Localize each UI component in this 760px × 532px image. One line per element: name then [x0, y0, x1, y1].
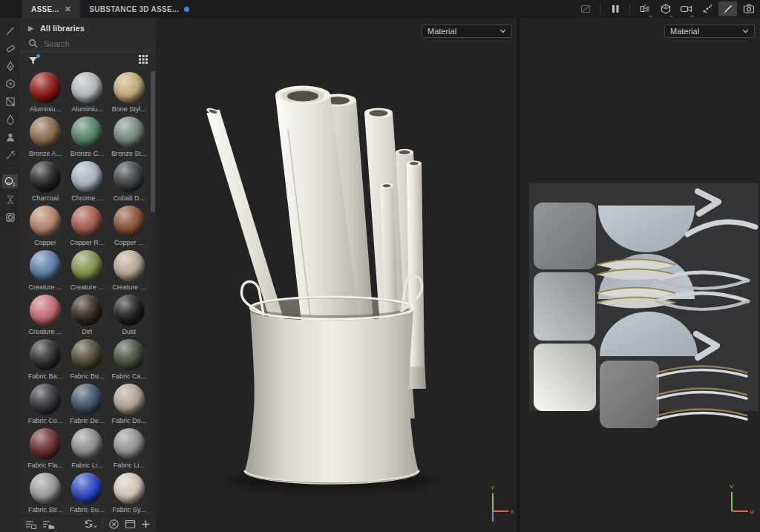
material-thumbnail[interactable]: [114, 161, 145, 192]
material-item[interactable]: Creature ...: [24, 295, 66, 339]
material-thumbnail[interactable]: [114, 72, 145, 103]
material-thumbnail[interactable]: [71, 384, 102, 415]
assets-scrollbar[interactable]: [151, 70, 155, 512]
material-thumbnail[interactable]: [71, 116, 102, 148]
material-item[interactable]: Creature ...: [108, 250, 150, 295]
material-thumbnail[interactable]: [71, 250, 102, 281]
material-item[interactable]: Creature ...: [24, 250, 66, 295]
camera-view-icon[interactable]: ⌄: [677, 1, 695, 16]
material-thumbnail[interactable]: [71, 473, 102, 504]
material-item[interactable]: Fabric Fla...: [24, 428, 66, 473]
axis-gizmo-3d: Y X: [480, 482, 514, 525]
material-item[interactable]: Fabric Ca...: [108, 339, 150, 384]
material-item[interactable]: Copper: [24, 206, 66, 250]
material-thumbnail[interactable]: [30, 161, 61, 192]
perspective-icon[interactable]: ⌄: [656, 1, 675, 16]
material-tool[interactable]: 1: [2, 174, 18, 188]
brush-icon[interactable]: [718, 1, 737, 16]
geometry-mask-tool[interactable]: [2, 94, 18, 108]
material-item[interactable]: Bone Styl...: [108, 72, 150, 116]
material-item[interactable]: Fabric De...: [66, 384, 108, 428]
pause-icon[interactable]: [606, 1, 624, 16]
material-thumbnail[interactable]: [30, 473, 61, 504]
material-thumbnail[interactable]: [114, 295, 145, 326]
material-thumbnail[interactable]: [114, 473, 145, 504]
import-resources-icon[interactable]: [25, 519, 37, 530]
material-thumbnail[interactable]: [71, 161, 102, 192]
material-item[interactable]: Copper R...: [66, 206, 108, 250]
scrollbar-thumb[interactable]: [151, 71, 155, 212]
close-icon[interactable]: ✕: [65, 4, 72, 14]
particles-icon[interactable]: [698, 1, 716, 16]
material-thumbnail[interactable]: [114, 384, 145, 415]
material-item[interactable]: Fabric Do...: [108, 384, 150, 428]
material-item[interactable]: Fabric Bu...: [66, 339, 108, 384]
shading-mode-dropdown-2d[interactable]: Material: [664, 24, 755, 38]
material-item[interactable]: Fabric Co...: [24, 384, 66, 428]
material-thumbnail[interactable]: [30, 116, 61, 148]
material-item[interactable]: Aluminiu...: [66, 72, 108, 116]
material-thumbnail[interactable]: [71, 295, 102, 326]
material-thumbnail[interactable]: [114, 428, 145, 459]
material-item[interactable]: Chrome ...: [66, 161, 108, 206]
material-name: Fabric Fla...: [27, 462, 63, 469]
material-item[interactable]: Bronze C...: [66, 116, 108, 161]
material-thumbnail[interactable]: [114, 339, 145, 370]
search-input[interactable]: [44, 39, 133, 48]
new-window-icon[interactable]: [125, 519, 136, 529]
tab-substance-3d-assets[interactable]: SUBSTANCE 3D ASSE...: [80, 0, 198, 18]
material-item[interactable]: Aluminiu...: [24, 72, 66, 116]
material-thumbnail[interactable]: [114, 116, 145, 148]
projection-tool[interactable]: [2, 59, 18, 73]
material-item[interactable]: Fabric Li...: [66, 428, 108, 473]
grid-view-icon[interactable]: [138, 54, 148, 68]
material-thumbnail[interactable]: [30, 339, 61, 370]
material-thumbnail[interactable]: [30, 72, 61, 103]
viewport-disabled-icon[interactable]: [576, 1, 594, 16]
add-icon[interactable]: [141, 519, 151, 529]
smudge-tool[interactable]: [2, 112, 18, 126]
symmetry-icon[interactable]: ⌄: [635, 1, 654, 16]
library-selector[interactable]: ▶ All libraries: [20, 20, 156, 36]
material-item[interactable]: Bronze St...: [108, 116, 150, 161]
import-folder-icon[interactable]: [42, 519, 55, 530]
tab-assets[interactable]: ASSE... ✕: [22, 0, 80, 18]
paint-tool[interactable]: [2, 23, 18, 37]
material-thumbnail[interactable]: [71, 206, 102, 237]
clone-tool[interactable]: [2, 130, 18, 144]
eraser-tool[interactable]: [2, 41, 18, 55]
material-thumbnail[interactable]: [71, 428, 102, 459]
material-item[interactable]: Fabric Str...: [24, 473, 66, 516]
material-item[interactable]: Copper ...: [108, 206, 150, 250]
material-thumbnail[interactable]: [114, 206, 145, 237]
material-thumbnail[interactable]: [71, 339, 102, 370]
shading-mode-dropdown-3d[interactable]: Material: [422, 24, 512, 38]
material-thumbnail[interactable]: [71, 72, 102, 103]
particles-tool[interactable]: [2, 148, 18, 162]
material-item[interactable]: Cobalt D...: [108, 161, 150, 206]
material-item[interactable]: Dust: [108, 295, 150, 339]
material-thumbnail[interactable]: [30, 428, 61, 459]
clear-icon[interactable]: [108, 519, 119, 530]
effects-tool[interactable]: [2, 192, 18, 206]
filter-icon[interactable]: [27, 55, 41, 67]
material-item[interactable]: Bronze A...: [24, 116, 66, 161]
generator-tool[interactable]: [2, 210, 18, 224]
viewport-3d[interactable]: Material: [156, 18, 517, 532]
material-thumbnail[interactable]: [114, 250, 145, 281]
material-thumbnail[interactable]: [30, 384, 61, 415]
material-item[interactable]: Dirt: [66, 295, 108, 339]
material-item[interactable]: Fabric Ba...: [24, 339, 66, 384]
capture-icon[interactable]: [739, 1, 758, 16]
material-item[interactable]: Fabric Su...: [66, 473, 108, 516]
sync-icon[interactable]: [82, 519, 97, 530]
polygon-fill-tool[interactable]: [2, 76, 18, 91]
material-item[interactable]: Fabric Li...: [108, 428, 150, 473]
material-thumbnail[interactable]: [30, 206, 61, 237]
material-item[interactable]: Charcoal: [24, 161, 66, 206]
material-item[interactable]: Creature ...: [66, 250, 108, 295]
viewport-2d[interactable]: Material: [520, 18, 760, 532]
material-thumbnail[interactable]: [30, 295, 61, 326]
material-thumbnail[interactable]: [30, 250, 61, 281]
material-item[interactable]: Fabric Sy...: [108, 473, 150, 516]
